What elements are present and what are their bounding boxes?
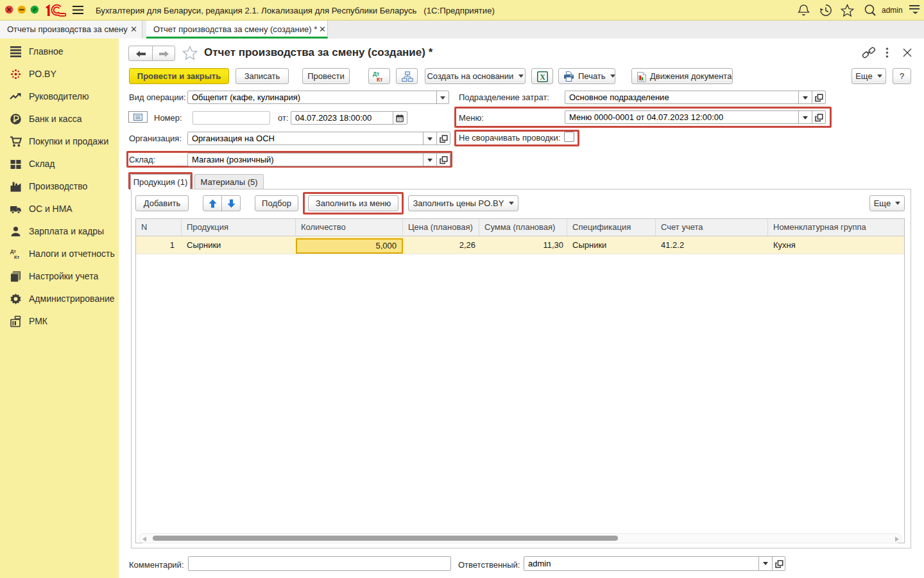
svg-text:X: X — [540, 73, 545, 82]
svg-text:Дт: Дт — [10, 249, 16, 254]
svg-text:Кт: Кт — [14, 254, 20, 260]
svg-text:Кт: Кт — [377, 76, 382, 83]
